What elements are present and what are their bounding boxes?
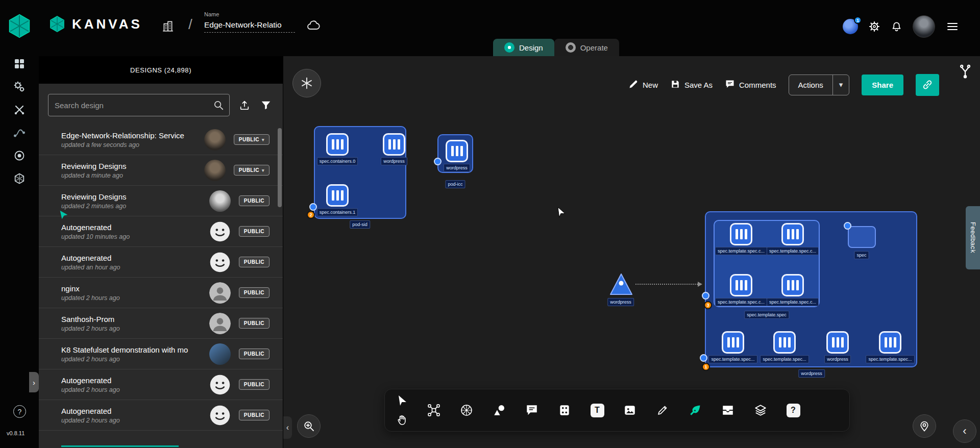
panel-scrollbar[interactable] (278, 128, 282, 207)
k8s-context-icon[interactable]: 1 (843, 19, 858, 34)
design-list-item[interactable]: Edge-Network-Relationship: Serviceupdate… (39, 125, 283, 155)
notifications-bell-icon[interactable] (891, 21, 902, 33)
container-node[interactable]: spec.containers.0 (326, 133, 349, 165)
actions-dropdown[interactable]: Actions ▾ (789, 74, 850, 95)
help-tool-icon[interactable]: ? (784, 401, 802, 419)
design-list-item[interactable]: Reviewing Designsupdated a minute agoPUB… (39, 155, 283, 186)
design-list-item[interactable]: Reviewing Designsupdated 2 minutes agoPU… (39, 186, 283, 216)
visibility-badge[interactable]: PUBLIC (239, 349, 270, 359)
shapes-tool-icon[interactable] (490, 401, 508, 419)
comments-button[interactable]: Comments (725, 79, 776, 91)
dashboard-icon[interactable] (13, 57, 26, 70)
help-button[interactable]: ? (13, 405, 26, 418)
caret-down-icon[interactable]: ▾ (833, 75, 849, 95)
pod-node-sid[interactable]: spec.containers.0wordpressspec.container… (314, 126, 406, 219)
node-label: spec (854, 251, 869, 259)
new-button[interactable]: New (628, 79, 658, 91)
tab-operate[interactable]: Operate (554, 39, 619, 56)
extensions-icon[interactable] (13, 149, 26, 162)
dice-tool-icon[interactable] (555, 401, 574, 419)
design-name: Edge-Network-Relationship: Service (61, 131, 196, 140)
context-count-badge: 1 (854, 16, 862, 24)
sidebar-expand-button[interactable]: › (29, 372, 39, 392)
draw-tool-icon[interactable] (686, 401, 704, 419)
user-avatar[interactable] (913, 15, 935, 38)
spec-node[interactable] (848, 226, 876, 248)
container-node[interactable]: spec.template.spec.c... (729, 274, 753, 306)
feedback-tab[interactable]: Feedback (966, 206, 980, 269)
save-as-button[interactable]: Save As (670, 79, 713, 91)
deployment-node[interactable]: spec spec.template.spec spec.template.sp… (705, 211, 917, 367)
design-list-item[interactable]: Autogeneratedupdated 2 hours agoPUBLIC (39, 369, 283, 400)
error-count-badge[interactable]: 3 (704, 301, 712, 309)
container-node[interactable]: spec.template.spec... (878, 331, 902, 363)
media-tool-icon[interactable] (621, 401, 639, 419)
visibility-badge[interactable]: PUBLIC (239, 379, 270, 390)
design-list-item[interactable]: Autogeneratedupdated 10 minutes agoPUBLI… (39, 216, 283, 247)
container-node[interactable]: spec.template.spec.c... (729, 223, 753, 255)
recenter-button[interactable] (913, 414, 936, 438)
drawer-tool-icon[interactable] (719, 401, 737, 419)
design-list-item[interactable]: nginxupdated 2 hours agoPUBLIC (39, 278, 283, 308)
design-list-item[interactable]: Santhosh-Promupdated 2 hours agoPUBLIC (39, 308, 283, 339)
container-label: wordpress (381, 157, 407, 165)
container-node[interactable]: wordpress (382, 133, 406, 165)
text-tool-icon[interactable]: T (588, 401, 606, 419)
visibility-badge-label: PUBLIC (244, 198, 264, 204)
tab-design[interactable]: Design (493, 39, 554, 56)
configuration-icon[interactable] (13, 103, 26, 116)
zoom-button[interactable] (297, 414, 321, 438)
search-icon[interactable] (213, 99, 224, 113)
share-button[interactable]: Share (862, 74, 903, 95)
service-node[interactable] (609, 272, 633, 296)
design-canvas[interactable]: New Save As Comments Actions ▾ Share Fee… (283, 56, 980, 448)
error-count-badge[interactable]: 2 (307, 211, 315, 219)
container-node[interactable]: wordpress (445, 140, 469, 172)
visibility-badge[interactable]: PUBLIC (239, 410, 270, 420)
container-node[interactable]: spec.template.spec.c... (781, 274, 804, 306)
filter-icon[interactable] (259, 99, 273, 111)
menu-hamburger-icon[interactable] (945, 21, 960, 32)
pod-node-icc[interactable]: wordpress (437, 134, 473, 173)
container-node[interactable]: spec.template.spec.c... (781, 223, 804, 255)
performance-icon[interactable] (13, 126, 26, 139)
design-search-input[interactable] (48, 101, 229, 110)
shapes-fab[interactable] (292, 69, 321, 97)
layers-tool-icon[interactable] (751, 401, 770, 419)
organization-icon[interactable] (161, 19, 175, 35)
collapse-left-chevron[interactable]: ‹ (283, 416, 292, 439)
kubernetes-tool-icon[interactable] (457, 401, 476, 419)
design-list-item[interactable]: K8 Statefulset demonstration with moupda… (39, 339, 283, 369)
settings-gear-icon[interactable] (868, 20, 880, 33)
container-node[interactable]: wordpress (826, 331, 849, 363)
import-design-icon[interactable] (238, 99, 251, 111)
visibility-badge[interactable]: PUBLIC▾ (234, 165, 270, 176)
lifecycle-icon[interactable] (13, 80, 26, 93)
hierarchy-icon[interactable] (958, 63, 973, 81)
select-tool-icon[interactable] (393, 391, 411, 410)
visibility-badge[interactable]: PUBLIC (239, 195, 270, 206)
comment-tool-icon[interactable] (523, 401, 541, 419)
container-node[interactable]: spec.containers.1 (326, 184, 349, 216)
container-node[interactable]: spec.template.spec... (773, 331, 796, 363)
mode-tabs: Design Operate (493, 39, 619, 56)
design-name-input[interactable] (204, 19, 295, 33)
kanvas-logo-icon[interactable] (7, 13, 32, 39)
visibility-badge[interactable]: PUBLIC (239, 226, 270, 237)
container-node[interactable]: spec.template.spec... (721, 331, 745, 363)
collapse-right-button[interactable]: ‹ (953, 419, 976, 443)
relationship-tool-icon[interactable] (425, 401, 443, 419)
kanvas-icon[interactable] (13, 172, 26, 185)
visibility-badge[interactable]: PUBLIC (239, 257, 270, 267)
error-count-badge[interactable]: 1 (702, 363, 710, 371)
pen-tool-icon[interactable] (653, 401, 672, 419)
visibility-badge[interactable]: PUBLIC▾ (234, 134, 270, 145)
visibility-badge[interactable]: PUBLIC (239, 318, 270, 329)
design-list-item[interactable]: Autogeneratedupdated 2 hours agoPUBLIC (39, 400, 283, 431)
kanvas-app: › ? v0.8.11 KANVAS / Name 1 Des (0, 0, 980, 448)
pan-tool-icon[interactable] (393, 411, 411, 429)
design-list-item[interactable]: Autogeneratedupdated an hour agoPUBLIC (39, 247, 283, 278)
brand[interactable]: KANVAS (48, 15, 142, 33)
visibility-badge[interactable]: PUBLIC (239, 287, 270, 298)
copy-link-button[interactable] (916, 74, 939, 96)
